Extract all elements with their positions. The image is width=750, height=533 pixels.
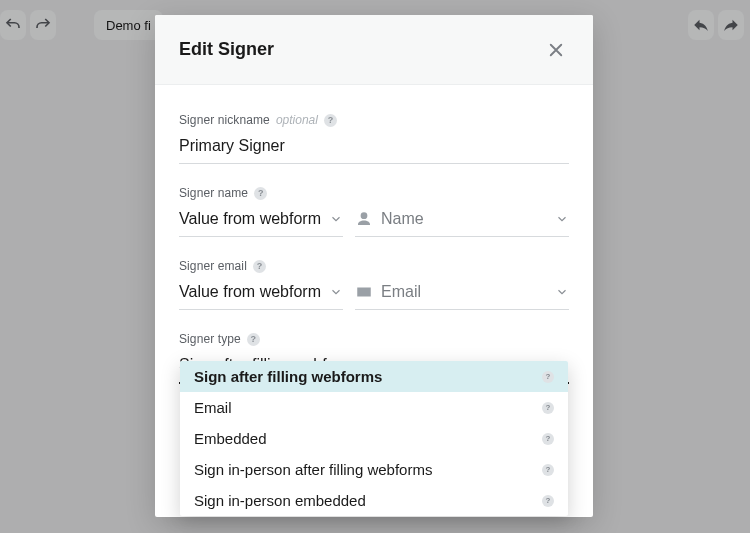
field-signer-email: Signer email ? Value from webform Email — [179, 259, 569, 310]
dropdown-option[interactable]: Sign in-person after filling webforms? — [180, 454, 568, 485]
dropdown-option-label: Embedded — [194, 430, 267, 447]
name-value-select[interactable]: Name — [355, 206, 569, 237]
dropdown-option-label: Email — [194, 399, 232, 416]
email-source-value: Value from webform — [179, 283, 321, 301]
person-icon — [355, 210, 373, 228]
help-icon[interactable]: ? — [253, 260, 266, 273]
name-source-select[interactable]: Value from webform — [179, 206, 343, 237]
nickname-input[interactable] — [179, 133, 569, 164]
modal-title: Edit Signer — [179, 39, 274, 60]
dropdown-option[interactable]: Sign after filling webforms? — [180, 361, 568, 392]
help-icon[interactable]: ? — [254, 187, 267, 200]
field-nickname: Signer nickname optional ? — [179, 113, 569, 164]
chevron-down-icon — [329, 212, 343, 226]
email-value-placeholder: Email — [381, 283, 547, 301]
dropdown-option-label: Sign in-person embedded — [194, 492, 366, 509]
chevron-down-icon — [555, 212, 569, 226]
signer-email-label: Signer email — [179, 259, 247, 273]
email-value-select[interactable]: Email — [355, 279, 569, 310]
help-icon[interactable]: ? — [542, 495, 554, 507]
name-value-placeholder: Name — [381, 210, 547, 228]
name-source-value: Value from webform — [179, 210, 321, 228]
field-signer-name: Signer name ? Value from webform Name — [179, 186, 569, 237]
signer-name-label: Signer name — [179, 186, 248, 200]
help-icon[interactable]: ? — [324, 114, 337, 127]
close-button[interactable] — [543, 37, 569, 63]
help-icon[interactable]: ? — [542, 464, 554, 476]
modal-header: Edit Signer — [155, 15, 593, 85]
dropdown-option[interactable]: Embedded? — [180, 423, 568, 454]
dropdown-option-label: Sign after filling webforms — [194, 368, 382, 385]
dropdown-option[interactable]: Email? — [180, 392, 568, 423]
modal-body: Signer nickname optional ? Signer name ?… — [155, 85, 593, 400]
help-icon[interactable]: ? — [247, 333, 260, 346]
signer-type-dropdown: Sign after filling webforms?Email?Embedd… — [180, 361, 568, 516]
close-icon — [547, 41, 565, 59]
email-source-select[interactable]: Value from webform — [179, 279, 343, 310]
mail-icon — [355, 283, 373, 301]
signer-type-label: Signer type — [179, 332, 241, 346]
chevron-down-icon — [329, 285, 343, 299]
dropdown-option[interactable]: Sign in-person embedded? — [180, 485, 568, 516]
optional-tag: optional — [276, 113, 318, 127]
nickname-label: Signer nickname — [179, 113, 270, 127]
help-icon[interactable]: ? — [542, 402, 554, 414]
chevron-down-icon — [555, 285, 569, 299]
dropdown-option-label: Sign in-person after filling webforms — [194, 461, 432, 478]
help-icon[interactable]: ? — [542, 371, 554, 383]
help-icon[interactable]: ? — [542, 433, 554, 445]
